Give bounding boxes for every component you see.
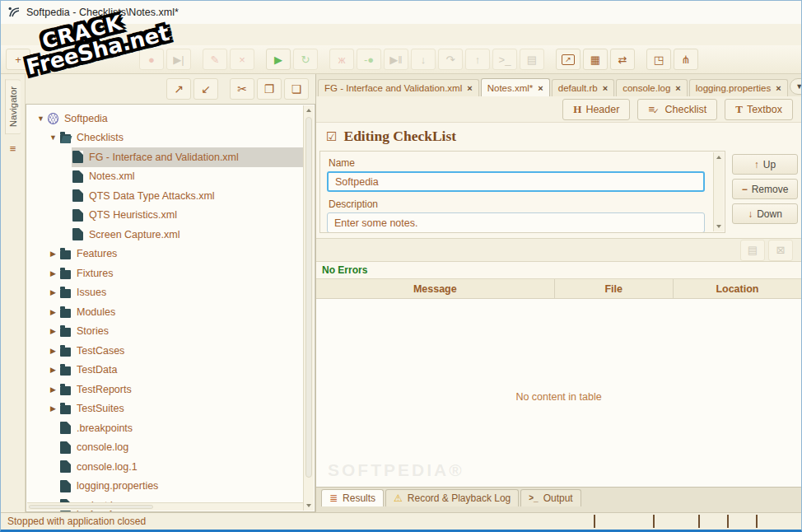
expand-all-button[interactable]: ↗ <box>166 78 191 100</box>
debug-button[interactable]: ж <box>329 49 354 70</box>
object-map-button[interactable]: ◳ <box>646 49 671 70</box>
console-button[interactable]: >_ <box>492 49 517 70</box>
menu-item[interactable] <box>40 31 57 38</box>
expand-arrow-icon[interactable] <box>47 133 59 142</box>
step-over-button[interactable]: ↷ <box>438 49 463 70</box>
tree-item-logging-properties[interactable]: logging.properties <box>26 477 303 497</box>
pause-button[interactable]: ▶‖ <box>384 49 408 70</box>
column-header-file[interactable]: File <box>554 279 673 298</box>
checklist-button[interactable]: ≡✓ Checklist <box>637 99 717 120</box>
minimize-button[interactable] <box>712 1 742 24</box>
tab-logging-properties[interactable]: logging.properties × <box>689 79 788 96</box>
tree-item-softpedia[interactable]: Softpedia <box>26 109 303 128</box>
tree-item-features[interactable]: Features <box>26 245 303 264</box>
navigator-tree-icon[interactable]: ≡ <box>10 142 16 155</box>
step-button[interactable]: ▶| <box>166 49 191 70</box>
scrollbar-thumb[interactable] <box>305 117 312 478</box>
scroll-up-arrow[interactable] <box>714 152 724 162</box>
tree-item-testsuites[interactable]: TestSuites <box>26 399 303 419</box>
tree-item-testreports[interactable]: TestReports <box>26 380 303 399</box>
tree-item-fg-interface[interactable]: FG - Interface and Validation.xml <box>26 147 303 167</box>
textbox-button[interactable]: T Textbox <box>725 99 793 120</box>
tree-item-content[interactable]: Notes.xml <box>72 167 303 187</box>
expand-arrow-icon[interactable] <box>47 288 59 296</box>
collapse-all-button[interactable]: ↙ <box>194 78 218 100</box>
scroll-down-arrow[interactable] <box>304 501 314 511</box>
tree-item-content[interactable]: TestData <box>59 361 303 380</box>
column-header-location[interactable]: Location <box>673 279 801 298</box>
tree-vertical-scrollbar[interactable] <box>303 105 314 511</box>
add-button[interactable]: + <box>6 49 30 70</box>
scroll-up-arrow[interactable] <box>304 105 314 115</box>
tree-item-content[interactable]: Screen Capture.xml <box>72 225 303 245</box>
tree-horizontal-scrollbar[interactable] <box>27 502 303 511</box>
tree-item-content[interactable]: Softpedia <box>47 109 303 128</box>
tree-item-content[interactable]: TestSuites <box>59 399 303 419</box>
sync-button[interactable]: ⇄ <box>610 49 635 70</box>
tree-item-issues[interactable]: Issues <box>26 283 303 303</box>
tab-close-icon[interactable]: × <box>538 83 543 93</box>
tree-item-content[interactable]: .breakpoints <box>59 418 303 438</box>
tab-notes[interactable]: Notes.xml* × <box>481 78 550 96</box>
tab-overflow-button[interactable]: ▼ <box>790 78 802 95</box>
expand-arrow-icon[interactable] <box>47 269 59 278</box>
open-external-button[interactable]: ↗ <box>556 49 581 70</box>
description-input[interactable] <box>327 212 705 233</box>
tree-item-content[interactable]: logging.properties <box>59 477 303 497</box>
tree-item-content[interactable]: console.log.1 <box>59 457 303 477</box>
expand-arrow-icon[interactable] <box>47 250 59 258</box>
navigator-side-tab[interactable]: Navigator <box>5 79 21 134</box>
menu-item[interactable] <box>73 31 90 38</box>
tree-item-breakpoints[interactable]: .breakpoints <box>26 418 303 438</box>
column-header-message[interactable]: Message <box>316 279 554 298</box>
tree-item-notes[interactable]: Notes.xml <box>26 167 303 187</box>
menu-item[interactable] <box>24 31 40 38</box>
tree-item-content[interactable]: FG - Interface and Validation.xml <box>72 147 303 167</box>
header-button[interactable]: H Header <box>562 99 630 120</box>
expand-arrow-icon[interactable] <box>47 404 59 413</box>
menu-item[interactable] <box>90 31 106 38</box>
move-up-button[interactable]: ↑ Up <box>732 154 798 175</box>
clear-table-button[interactable]: ⊠ <box>768 240 793 261</box>
breakpoint-button[interactable]: -● <box>357 49 381 70</box>
scrollbar-thumb[interactable] <box>29 505 153 509</box>
tab-console-log[interactable]: console.log × <box>616 79 688 96</box>
tab-results[interactable]: ≣ Results <box>321 489 384 506</box>
tree-item-console-log[interactable]: console.log <box>26 438 303 458</box>
tree-item-fixtures[interactable]: Fixtures <box>26 264 303 283</box>
remove-button[interactable]: − Remove <box>732 179 798 199</box>
menu-item[interactable] <box>57 31 73 38</box>
copy-button[interactable]: ❐ <box>257 78 282 100</box>
tab-close-icon[interactable]: × <box>675 83 680 93</box>
cut-button[interactable]: ✂ <box>230 78 254 100</box>
expand-arrow-icon[interactable] <box>47 385 59 394</box>
tree-item-content[interactable]: console.log <box>59 438 303 458</box>
tab-close-icon[interactable]: × <box>776 83 781 93</box>
name-input[interactable] <box>327 171 705 192</box>
paste-button[interactable]: ❏ <box>284 78 309 100</box>
tree-item-console-log-1[interactable]: console.log.1 <box>26 457 303 477</box>
tree-item-testcases[interactable]: TestCases <box>26 341 303 361</box>
tab-default-rb[interactable]: default.rb × <box>552 79 614 96</box>
move-down-button[interactable]: ↓ Down <box>732 203 798 224</box>
tree-item-qts-data-type-attacks[interactable]: QTS Data Type Attacks.xml <box>26 186 303 206</box>
tree-item-content[interactable]: Features <box>59 245 303 264</box>
report-button[interactable]: ▤ <box>520 49 544 70</box>
tree-item-content[interactable]: TestReports <box>59 380 303 399</box>
tree-item-content[interactable]: QTS Heuristics.xml <box>72 206 303 226</box>
menu-item[interactable] <box>7 31 24 38</box>
tab-fg-interface[interactable]: FG - Interface and Validation.xml × <box>318 79 479 96</box>
rerun-button[interactable]: ↻ <box>293 49 318 70</box>
menu-item[interactable] <box>106 31 123 38</box>
tree-item-content[interactable]: Stories <box>59 322 303 342</box>
expand-arrow-icon[interactable] <box>47 308 59 316</box>
tree-item-modules[interactable]: Modules <box>26 302 303 322</box>
step-into-button[interactable]: ↓ <box>411 49 436 70</box>
form-vertical-scrollbar[interactable] <box>713 152 724 231</box>
record-button[interactable]: ● <box>139 49 164 70</box>
tree-item-content[interactable]: Modules <box>59 302 303 322</box>
step-out-button[interactable]: ↑ <box>465 49 490 70</box>
tab-record-playback-log[interactable]: ⚠ Record & Playback Log <box>385 489 519 506</box>
expand-arrow-icon[interactable] <box>47 327 59 335</box>
edit-button[interactable]: ✎ <box>203 49 227 70</box>
